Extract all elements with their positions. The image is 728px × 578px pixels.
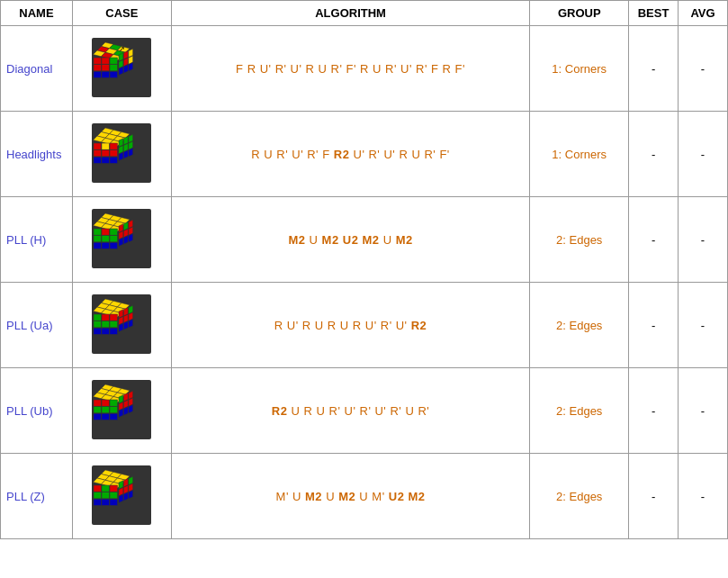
table-row: HeadlightsR U R' U' R' F R2 U' R' U' R U… [1,112,728,197]
svg-rect-156 [110,492,118,499]
svg-rect-127 [102,407,110,413]
svg-rect-159 [110,499,118,505]
row-best: - [629,283,679,368]
row-case [72,368,171,454]
row-name: PLL (Ub) [1,368,73,454]
row-avg: - [679,283,728,368]
header-best: BEST [629,1,679,26]
row-avg: - [679,112,728,197]
svg-rect-95 [94,314,102,321]
header-case: CASE [72,1,171,26]
svg-rect-152 [102,485,110,492]
svg-rect-128 [110,407,118,413]
svg-rect-12 [110,58,118,64]
svg-rect-73 [94,242,102,248]
row-group: 2: Edges [530,368,629,454]
svg-rect-42 [94,150,102,157]
row-avg: - [679,26,728,112]
svg-rect-96 [102,314,110,321]
row-name: PLL (Ua) [1,283,73,368]
svg-rect-74 [102,242,110,248]
svg-rect-75 [110,242,118,248]
svg-rect-158 [102,499,110,505]
svg-rect-102 [102,328,110,334]
svg-rect-13 [94,65,102,71]
svg-rect-126 [94,407,102,413]
row-name: PLL (H) [1,197,73,283]
row-best: - [629,197,679,283]
svg-rect-72 [110,236,118,242]
svg-rect-157 [94,499,102,505]
table-row: PLL (Ub)R2 U R U R' U' R' U' R' U R'2: E… [1,368,728,454]
row-best: - [629,112,679,197]
svg-rect-15 [110,65,118,71]
svg-rect-151 [94,485,102,492]
svg-rect-17 [102,71,110,77]
row-algorithm: R U R' U' R' F R2 U' R' U' R U R' F' [171,112,530,197]
row-algorithm: M' U M2 U M2 U M' U2 M2 [171,454,530,539]
svg-rect-71 [102,236,110,242]
table-row: Diagonal↗F R U' R' U' R U R' F' R U R' U… [1,26,728,112]
table-row: PLL (H)M2 U M2 U2 M2 U M22: Edges-- [1,197,728,283]
svg-rect-124 [102,400,110,406]
svg-rect-103 [110,328,118,334]
svg-rect-14 [102,65,110,71]
row-avg: - [679,454,728,539]
svg-rect-100 [110,321,118,328]
row-best: - [629,26,679,112]
row-name: Headlights [1,112,73,197]
svg-rect-101 [94,328,102,334]
svg-rect-44 [110,150,118,157]
header-avg: AVG [679,1,728,26]
svg-rect-68 [102,229,110,235]
row-algorithm: F R U' R' U' R U R' F' R U R' U' R' F R … [171,26,530,112]
svg-rect-131 [110,413,118,420]
svg-rect-10 [94,58,102,64]
svg-rect-97 [110,314,118,321]
row-group: 1: Corners [530,26,629,112]
svg-rect-46 [102,157,110,163]
row-case [72,454,171,539]
row-group: 2: Edges [530,197,629,283]
table-row: PLL (Z)M' U M2 U M2 U M' U2 M22: Edges-- [1,454,728,539]
svg-rect-11 [102,58,110,64]
svg-rect-153 [110,485,118,492]
svg-rect-129 [94,413,102,420]
row-algorithm: R2 U R U R' U' R' U' R' U R' [171,368,530,454]
svg-rect-41 [110,143,118,149]
svg-rect-16 [94,71,102,77]
svg-rect-154 [94,492,102,499]
svg-rect-130 [102,413,110,420]
table-row: PLL (Ua)R U' R U R U R U' R' U' R22: Edg… [1,283,728,368]
row-avg: - [679,197,728,283]
svg-rect-123 [94,400,102,406]
row-avg: - [679,368,728,454]
svg-text:↗: ↗ [119,45,125,53]
svg-rect-43 [102,150,110,157]
svg-rect-39 [94,143,102,149]
svg-rect-99 [102,321,110,328]
svg-rect-18 [110,71,118,77]
header-name: NAME [1,1,73,26]
svg-rect-125 [110,400,118,406]
row-algorithm: M2 U M2 U2 M2 U M2 [171,197,530,283]
svg-rect-69 [110,229,118,235]
row-algorithm: R U' R U R U R U' R' U' R2 [171,283,530,368]
row-group: 1: Corners [530,112,629,197]
row-best: - [629,454,679,539]
row-group: 2: Edges [530,454,629,539]
row-case: ↗ [72,26,171,112]
row-name: Diagonal [1,26,73,112]
svg-rect-45 [94,157,102,163]
svg-rect-155 [102,492,110,499]
header-group: GROUP [530,1,629,26]
svg-rect-47 [110,157,118,163]
svg-rect-67 [94,229,102,235]
row-group: 2: Edges [530,283,629,368]
row-case [72,197,171,283]
row-case [72,112,171,197]
svg-rect-98 [94,321,102,328]
svg-rect-40 [102,143,110,149]
header-algorithm: ALGORITHM [171,1,530,26]
row-case [72,283,171,368]
